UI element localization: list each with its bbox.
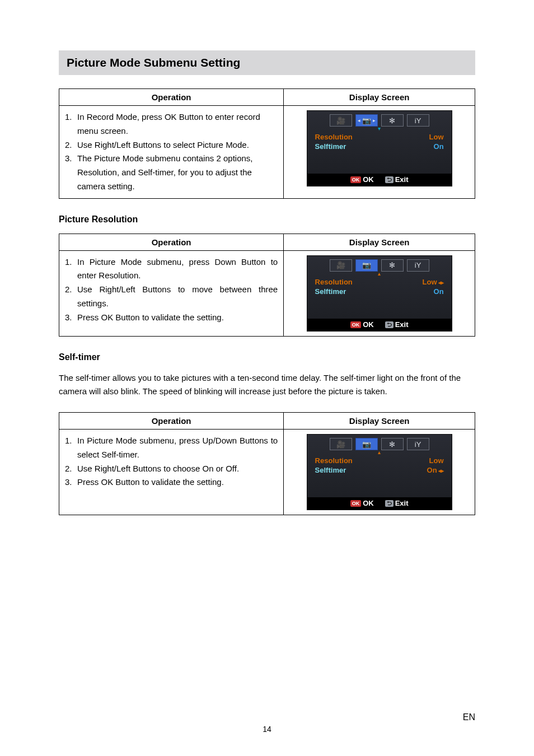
table-self-timer: Operation Display Screen 1.In Picture Mo…	[59, 412, 475, 515]
list-item: 3.Press OK Button to validate the settin…	[65, 311, 278, 325]
list-item: 3.The Picture Mode submenu contains 2 op…	[65, 152, 278, 193]
ok-badge-icon: OK	[350, 321, 362, 328]
subheading-self-timer: Self-timer	[59, 352, 475, 362]
display-screen-cell: 🎥 📷 ✻ iY ▴ ResolutionLow◂▸ SelftimerOn O…	[284, 250, 475, 336]
display-screen-cell: 🎥 📷 ✻ iY ▴ ResolutionLow SelftimerOn◂▸ O…	[284, 430, 475, 515]
exit-badge-icon: ⮌	[385, 321, 394, 328]
lcd-screen: 🎥 ◂ 📷 ▸ ✻ iY ▾ ResolutionLow SelftimerOn…	[307, 110, 452, 186]
section-title: Picture Mode Submenu Setting	[59, 50, 475, 75]
lcd-footer: OKOK ⮌Exit	[307, 497, 452, 510]
exit-badge-icon: ⮌	[385, 176, 394, 183]
menu-row-resolution: ResolutionLow	[307, 456, 452, 465]
exit-badge-icon: ⮌	[385, 500, 394, 507]
lcd-footer: OKOK ⮌Exit	[307, 174, 452, 186]
video-tab-icon: 🎥	[330, 114, 352, 127]
camera-tab-icon: 📷	[355, 438, 378, 450]
lcd-footer: OKOK ⮌Exit	[307, 319, 452, 331]
table-picture-mode-submenu: Operation Display Screen 1.In Record Mod…	[59, 88, 475, 199]
col-header-display-screen: Display Screen	[284, 89, 475, 106]
self-timer-description: The self-timer allows you to take pictur…	[59, 371, 475, 399]
operation-cell: 1.In Record Mode, press OK Button to ent…	[59, 106, 284, 199]
menu-row-selftimer: SelftimerOn◂▸	[307, 465, 452, 475]
col-header-display-screen: Display Screen	[284, 234, 475, 250]
display-screen-cell: 🎥 ◂ 📷 ▸ ✻ iY ▾ ResolutionLow SelftimerOn…	[284, 106, 475, 199]
setting-tab-icon: iY	[407, 438, 429, 450]
lcd-screen: 🎥 📷 ✻ iY ▴ ResolutionLow◂▸ SelftimerOn O…	[307, 255, 452, 332]
down-arrow-icon: ▾	[307, 127, 452, 132]
col-header-operation: Operation	[59, 234, 284, 250]
lcd-screen: 🎥 📷 ✻ iY ▴ ResolutionLow SelftimerOn◂▸ O…	[307, 434, 452, 510]
table-picture-resolution: Operation Display Screen 1.In Picture Mo…	[59, 234, 475, 337]
list-item: 3.Press OK Button to validate the settin…	[65, 475, 278, 489]
effect-tab-icon: ✻	[381, 114, 404, 127]
ok-badge-icon: OK	[350, 500, 362, 507]
effect-tab-icon: ✻	[381, 259, 404, 272]
list-item: 1.In Record Mode, press OK Button to ent…	[65, 110, 278, 138]
ok-badge-icon: OK	[350, 176, 362, 183]
subheading-picture-resolution: Picture Resolution	[59, 214, 475, 225]
menu-row-selftimer: SelftimerOn	[307, 142, 452, 151]
video-tab-icon: 🎥	[330, 259, 352, 272]
language-badge: EN	[463, 712, 475, 722]
list-item: 2.Use Right/Left Buttons to select Pictu…	[65, 138, 278, 152]
list-item: 1.In Picture Mode submenu, press Up/Down…	[65, 434, 278, 462]
menu-row-resolution: ResolutionLow◂▸	[307, 277, 452, 287]
up-arrow-icon: ▴	[307, 450, 452, 456]
menu-row-resolution: ResolutionLow	[307, 132, 452, 142]
page-number: 14	[0, 725, 534, 734]
col-header-operation: Operation	[59, 89, 284, 106]
effect-tab-icon: ✻	[381, 438, 404, 450]
left-right-arrows-icon: ◂▸	[437, 279, 444, 286]
list-item: 2.Use Right/Left Buttons to move between…	[65, 283, 278, 311]
menu-row-selftimer: SelftimerOn	[307, 287, 452, 296]
list-item: 1.In Picture Mode submenu, press Down Bu…	[65, 255, 278, 283]
video-tab-icon: 🎥	[330, 438, 352, 450]
camera-tab-icon: ◂ 📷 ▸	[355, 114, 378, 127]
col-header-operation: Operation	[59, 413, 284, 430]
setting-tab-icon: iY	[407, 259, 429, 272]
operation-cell: 1.In Picture Mode submenu, press Down Bu…	[59, 250, 284, 336]
setting-tab-icon: iY	[407, 114, 429, 127]
camera-tab-icon: 📷	[355, 259, 378, 272]
left-right-arrows-icon: ◂▸	[437, 468, 444, 474]
list-item: 2.Use Right/Left Buttons to choose On or…	[65, 462, 278, 476]
col-header-display-screen: Display Screen	[284, 413, 475, 430]
operation-cell: 1.In Picture Mode submenu, press Up/Down…	[59, 430, 284, 515]
up-arrow-icon: ▴	[307, 272, 452, 277]
